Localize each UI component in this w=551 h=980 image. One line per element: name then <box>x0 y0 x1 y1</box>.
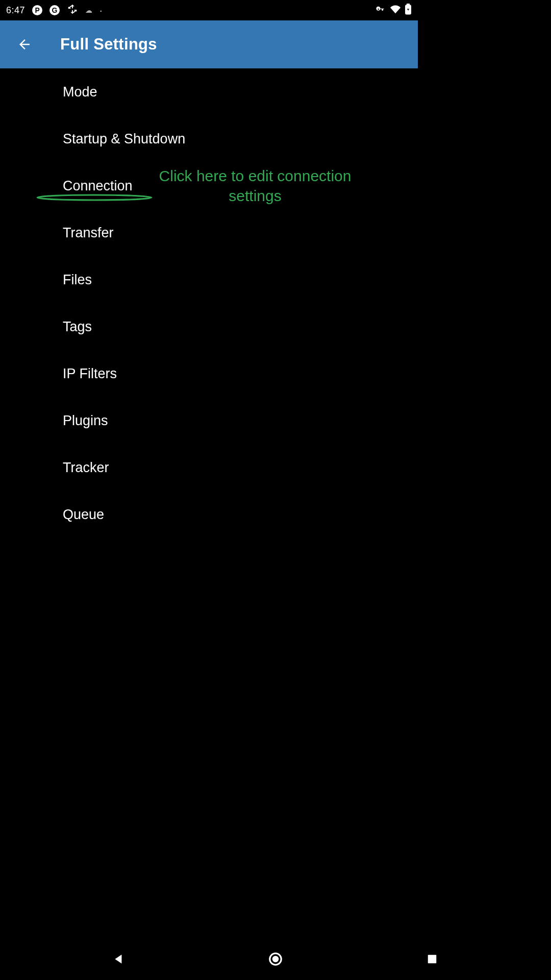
back-button[interactable] <box>14 34 35 55</box>
privacy-icon: P <box>32 5 42 15</box>
list-item-queue[interactable]: Queue <box>0 491 418 538</box>
list-item-transfer[interactable]: Transfer <box>0 209 418 256</box>
item-label: Startup & Shutdown <box>63 131 185 147</box>
arrow-back-icon <box>17 37 32 52</box>
item-label: Queue <box>63 507 104 523</box>
item-label: Tracker <box>63 460 109 476</box>
list-item-tracker[interactable]: Tracker <box>0 444 418 491</box>
vpn-key-icon <box>374 5 386 15</box>
cloud-icon: ☁ <box>85 6 92 14</box>
app-bar: Full Settings <box>0 20 418 68</box>
settings-list: Mode Startup & Shutdown Connection Click… <box>0 68 418 538</box>
item-label: Mode <box>63 84 97 100</box>
page-title: Full Settings <box>60 35 157 54</box>
connection-hint: Click here to edit connection settings <box>143 166 367 206</box>
list-item-connection[interactable]: Connection Click here to edit connection… <box>0 162 418 209</box>
list-item-ip-filters[interactable]: IP Filters <box>0 350 418 397</box>
sync-icon <box>67 4 78 17</box>
svg-rect-1 <box>407 4 410 5</box>
item-label: Transfer <box>63 225 114 241</box>
status-time: 6:47 <box>6 5 25 16</box>
item-label: Files <box>63 272 92 288</box>
item-label: Connection <box>63 178 133 194</box>
list-item-plugins[interactable]: Plugins <box>0 397 418 444</box>
item-label: IP Filters <box>63 366 117 382</box>
wifi-icon <box>390 4 400 17</box>
list-item-mode[interactable]: Mode <box>0 68 418 115</box>
status-left: 6:47 P G ☁ · <box>6 4 103 17</box>
list-item-tags[interactable]: Tags <box>0 303 418 350</box>
status-right <box>374 4 412 17</box>
list-item-startup-shutdown[interactable]: Startup & Shutdown <box>0 115 418 162</box>
google-icon: G <box>49 5 60 15</box>
list-item-files[interactable]: Files <box>0 256 418 303</box>
dot-icon: · <box>99 5 103 15</box>
item-label: Tags <box>63 319 92 335</box>
item-label: Plugins <box>63 413 108 429</box>
status-bar: 6:47 P G ☁ · <box>0 0 418 20</box>
battery-charging-icon <box>405 4 412 17</box>
